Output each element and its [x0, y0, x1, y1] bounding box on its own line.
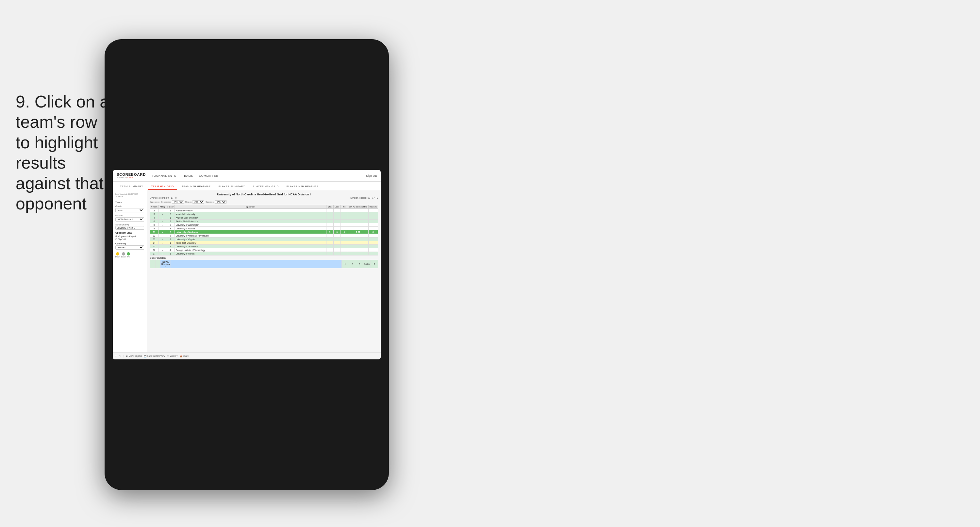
- table-cell: [333, 209, 340, 212]
- tab-team-summary[interactable]: TEAM SUMMARY: [117, 184, 146, 190]
- redo-button[interactable]: ↪: [119, 355, 121, 357]
- opponent-view-title: Opponent View: [115, 232, 144, 234]
- colour-by-select[interactable]: Win/loss: [115, 245, 144, 250]
- table-cell: University of Alabama: [175, 230, 326, 234]
- top100-radio[interactable]: Top 100: [115, 238, 144, 240]
- col-header-opponent: Opponent: [175, 205, 326, 209]
- nav-committee[interactable]: COMMITTEE: [199, 174, 218, 178]
- table-cell: 12: [150, 234, 159, 237]
- table-cell: [333, 237, 340, 241]
- legend-down: Down: [115, 252, 120, 258]
- tab-team-h2h-grid[interactable]: TEAM H2H GRID: [148, 184, 177, 190]
- conference-filter: Conference (All): [161, 200, 184, 204]
- h2h-grid-table: # Rank # Reg # Conf Opponent Win Loss Ti…: [150, 205, 378, 255]
- table-cell: -: [159, 241, 166, 245]
- out-of-division-row[interactable]: NCAA Division II 1 0 0 26.00 3: [150, 260, 378, 268]
- table-cell: University of Arkansas, Fayetteville: [175, 234, 326, 237]
- table-cell: [326, 248, 333, 252]
- save-custom-button[interactable]: 💾 Save Custom View: [144, 355, 165, 357]
- region-filter: Region (All): [185, 200, 204, 204]
- table-cell: [326, 237, 333, 241]
- table-cell: 4: [166, 248, 175, 252]
- table-cell: -: [159, 234, 166, 237]
- table-cell: [368, 227, 378, 230]
- table-cell: University of Virginia: [175, 237, 326, 241]
- table-cell: Georgia Institute of Technology: [175, 248, 326, 252]
- filters-row: Opponents: Conference (All) Region (All): [150, 200, 378, 204]
- table-cell: [368, 220, 378, 223]
- table-cell: [348, 216, 368, 220]
- table-cell: Texas Tech University: [175, 241, 326, 245]
- table-row[interactable]: 14-1Texas Tech University: [150, 241, 378, 245]
- table-row[interactable]: 13-3University of Virginia: [150, 237, 378, 241]
- table-row[interactable]: 2-1Auburn University: [150, 209, 378, 212]
- table-cell: 2: [166, 212, 175, 216]
- table-row[interactable]: 12-6University of Arkansas, Fayetteville: [150, 234, 378, 237]
- table-cell: -: [159, 227, 166, 230]
- table-row[interactable]: 17-1University of Florida: [150, 252, 378, 255]
- sign-out-link[interactable]: | Sign out: [364, 174, 377, 177]
- table-cell: Vanderbilt University: [175, 212, 326, 216]
- ood-tie: 0: [356, 260, 363, 268]
- undo-button[interactable]: ↩: [115, 355, 117, 357]
- tab-player-h2h-grid[interactable]: PLAYER H2H GRID: [250, 184, 282, 190]
- table-cell: [340, 248, 348, 252]
- table-cell: 3: [150, 212, 159, 216]
- table-cell: [333, 227, 340, 230]
- col-header-conf: # Conf: [166, 205, 175, 209]
- table-row[interactable]: 11-5University of Alabama3002.618: [150, 230, 378, 234]
- table-cell: Arizona State University: [175, 216, 326, 220]
- table-cell: [326, 212, 333, 216]
- last-updated: Last Updated: 27/03/2024 16:55:38: [115, 193, 144, 198]
- watch-button[interactable]: 👁 Watch ▾: [167, 355, 178, 357]
- nav-teams[interactable]: TEAMS: [182, 174, 193, 178]
- table-cell: -: [159, 220, 166, 223]
- conference-select[interactable]: (All): [172, 200, 184, 204]
- tab-player-h2h-heatmap[interactable]: PLAYER H2H HEATMAP: [283, 184, 322, 190]
- table-cell: 8: [368, 230, 378, 234]
- table-cell: [333, 248, 340, 252]
- table-cell: [348, 220, 368, 223]
- table-cell: 2: [150, 209, 159, 212]
- legend-up: Up: [127, 252, 130, 258]
- opponent-select[interactable]: (All): [215, 200, 227, 204]
- table-cell: [340, 245, 348, 248]
- table-row[interactable]: 15-2University of Oklahoma: [150, 245, 378, 248]
- gender-select[interactable]: Men's: [115, 208, 144, 212]
- share-button[interactable]: 📤 Share: [180, 355, 189, 357]
- view-original-button[interactable]: 🖥 View: Original: [126, 355, 142, 357]
- table-row[interactable]: 3-2Vanderbilt University: [150, 212, 378, 216]
- table-cell: [333, 223, 340, 227]
- table-row[interactable]: 9-3University of Arizona: [150, 227, 378, 230]
- table-cell: [368, 245, 378, 248]
- table-row[interactable]: 6-2Florida State University: [150, 220, 378, 223]
- table-row[interactable]: 4-1Arizona State University: [150, 216, 378, 220]
- table-cell: [348, 212, 368, 216]
- tab-team-h2h-heatmap[interactable]: TEAM H2H HEATMAP: [178, 184, 214, 190]
- table-cell: [340, 241, 348, 245]
- table-cell: 3: [166, 237, 175, 241]
- opponents-played-radio[interactable]: Opponents Played: [115, 235, 144, 237]
- team-section-title: Team: [115, 201, 144, 204]
- col-header-tie: Tie: [340, 205, 348, 209]
- right-panel: University of North Carolina Head-to-Hea…: [147, 190, 381, 352]
- tab-player-summary[interactable]: PLAYER SUMMARY: [215, 184, 248, 190]
- record-row: Overall Record: 89 - 17 - 0 Division Rec…: [150, 197, 378, 199]
- table-cell: [340, 227, 348, 230]
- table-cell: -: [159, 248, 166, 252]
- table-cell: [340, 234, 348, 237]
- region-select[interactable]: (All): [192, 200, 204, 204]
- table-cell: 9: [150, 227, 159, 230]
- table-row[interactable]: 8-2University of Washington: [150, 223, 378, 227]
- sub-navigation: TEAM SUMMARY TEAM H2H GRID TEAM H2H HEAT…: [113, 182, 381, 190]
- instruction-text: 9. Click on a team's row to highlight re…: [16, 91, 110, 214]
- nav-tournaments[interactable]: TOURNAMENTS: [152, 174, 176, 178]
- table-cell: [333, 220, 340, 223]
- table-cell: 8: [150, 223, 159, 227]
- table-cell: 14: [150, 241, 159, 245]
- radio-dot-opponents: [115, 235, 117, 237]
- table-cell: [326, 234, 333, 237]
- table-row[interactable]: 16-4Georgia Institute of Technology: [150, 248, 378, 252]
- division-select[interactable]: NCAA Division I: [115, 217, 144, 221]
- table-cell: 2.61: [348, 230, 368, 234]
